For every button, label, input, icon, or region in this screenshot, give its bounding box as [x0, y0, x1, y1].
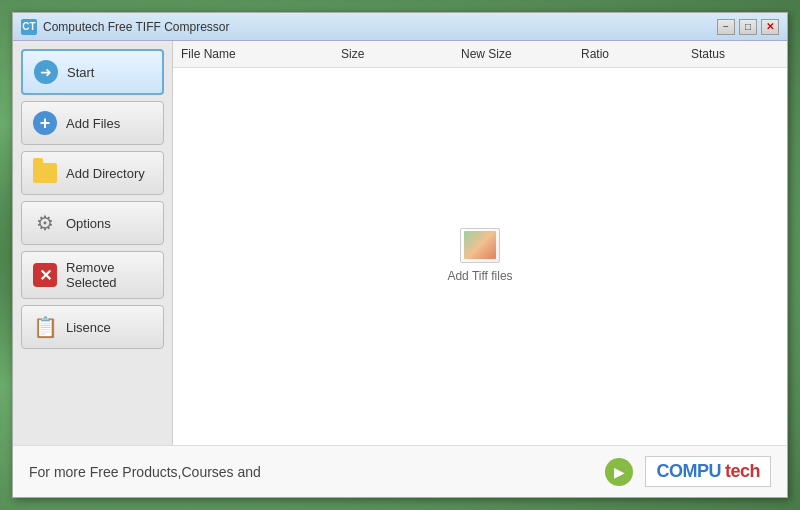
close-button[interactable]: ✕ [761, 19, 779, 35]
app-icon: CT [21, 19, 37, 35]
start-button[interactable]: ➜ Start [21, 49, 164, 95]
add-files-button[interactable]: + Add Files [21, 101, 164, 145]
logo-box: COMPUtech [645, 456, 771, 487]
empty-label: Add Tiff files [447, 269, 512, 283]
col-header-ratio: Ratio [573, 45, 683, 63]
main-window: CT Computech Free TIFF Compressor − □ ✕ … [12, 12, 788, 498]
start-label: Start [67, 65, 94, 80]
col-header-newsize: New Size [453, 45, 573, 63]
minimize-button[interactable]: − [717, 19, 735, 35]
license-button[interactable]: 📋 Lisence [21, 305, 164, 349]
add-files-label: Add Files [66, 116, 120, 131]
footer-text: For more Free Products,Courses and [29, 464, 593, 480]
license-label: Lisence [66, 320, 111, 335]
add-directory-icon [32, 160, 58, 186]
add-directory-label: Add Directory [66, 166, 145, 181]
options-icon: ⚙ [32, 210, 58, 236]
file-table: File Name Size New Size Ratio Status Add… [173, 41, 787, 445]
col-header-status: Status [683, 45, 787, 63]
play-button[interactable]: ▶ [605, 458, 633, 486]
options-label: Options [66, 216, 111, 231]
main-content: File Name Size New Size Ratio Status Add… [173, 41, 787, 445]
col-header-filename: File Name [173, 45, 333, 63]
add-files-icon: + [32, 110, 58, 136]
sidebar: ➜ Start + Add Files Add Directory [13, 41, 173, 445]
footer: For more Free Products,Courses and ▶ COM… [13, 445, 787, 497]
license-icon: 📋 [32, 314, 58, 340]
tiff-file-icon [460, 228, 500, 263]
maximize-button[interactable]: □ [739, 19, 757, 35]
add-directory-button[interactable]: Add Directory [21, 151, 164, 195]
content-area: ➜ Start + Add Files Add Directory [13, 41, 787, 445]
remove-selected-label: Remove Selected [66, 260, 153, 290]
logo-compu: COMPU [656, 461, 721, 482]
remove-selected-icon: ✕ [32, 262, 58, 288]
titlebar: CT Computech Free TIFF Compressor − □ ✕ [13, 13, 787, 41]
window-title: Computech Free TIFF Compressor [43, 20, 717, 34]
col-header-size: Size [333, 45, 453, 63]
window-controls: − □ ✕ [717, 19, 779, 35]
table-header: File Name Size New Size Ratio Status [173, 41, 787, 68]
table-body: Add Tiff files [173, 68, 787, 442]
start-icon: ➜ [33, 59, 59, 85]
remove-selected-button[interactable]: ✕ Remove Selected [21, 251, 164, 299]
empty-state: Add Tiff files [447, 228, 512, 283]
options-button[interactable]: ⚙ Options [21, 201, 164, 245]
logo-tech: tech [725, 461, 760, 482]
